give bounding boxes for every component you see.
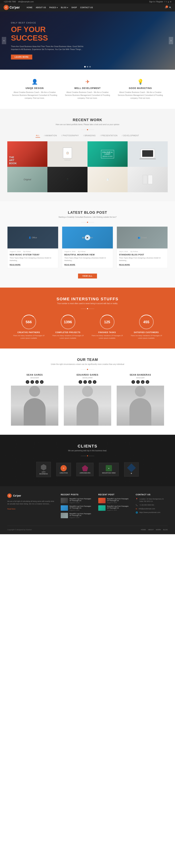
footer-nav-work[interactable]: WORK — [156, 529, 161, 531]
nav-about[interactable]: ABOUT US — [34, 6, 47, 9]
signin-link[interactable]: Sign In / Register — [149, 1, 163, 3]
recent-work-section: Recent work Here are our latest portfoli… — [0, 109, 175, 202]
view-all-button[interactable]: VIEW ALL — [78, 274, 97, 278]
stat-creative: 566 Creative Partners There Are Many Var… — [11, 315, 47, 339]
portfolio-item-7[interactable]: 📄 — [88, 167, 128, 192]
client-logo-5[interactable]: ◆ — [124, 462, 139, 476]
footer-contact-website: 🌐 https://www.yourdomain.com — [135, 511, 168, 514]
blog-date-1: August 3, 2016 — [10, 251, 21, 252]
footer-post-img-3 — [61, 513, 68, 518]
team-dr-1[interactable]: d — [40, 380, 44, 384]
portfolio-item-5[interactable]: Original — [7, 167, 47, 192]
footer-post-2: Beautiful Log From Passages Of Thorough … — [61, 505, 93, 511]
clients-divider — [11, 455, 164, 456]
team-tw-3[interactable]: t — [136, 380, 140, 384]
hero-dot-3[interactable] — [89, 66, 91, 67]
linkedin-icon[interactable]: in — [170, 1, 171, 3]
blog-post-desc-2: There Topics Blogs From Designing a Busi… — [64, 257, 111, 262]
filter-photography[interactable]: / PHOTOGRAPHY — [61, 134, 79, 138]
team-member-2: EDUARDO GARES Developer f t g d — [64, 374, 111, 426]
play-button[interactable]: ▶ — [85, 235, 90, 240]
filter-presentation[interactable]: / PRESENTATION — [100, 134, 118, 138]
footer-post-date-2: August 8, 2016 — [70, 509, 93, 511]
diamond-logo-icon — [127, 463, 136, 472]
top-bar-left: +123 456 7890 info@example.com — [4, 1, 34, 3]
stats-section: SOME INTERSTING STUFFS True number is mo… — [0, 287, 175, 348]
site-logo[interactable]: C Co'per — [4, 5, 20, 10]
filter-animation[interactable]: / ANIMATION — [44, 134, 57, 138]
team-role-1: Designer — [11, 377, 58, 379]
client-name-4: MOUNTAIN VIEW — [102, 472, 116, 474]
client-logo-2[interactable]: C CREATIVE — [56, 463, 71, 476]
filter-branding[interactable]: / BRANDING — [83, 134, 96, 138]
team-tw-1[interactable]: t — [30, 380, 34, 384]
nav-shop[interactable]: SHOP — [70, 6, 78, 9]
stat-finished: 125 Finished Tasks There Are Many Variat… — [89, 315, 125, 339]
footer-post-title-1: Beautiful Log From Passages Of Thorough … — [70, 498, 93, 501]
footer-nav-about[interactable]: ABOUT — [148, 529, 154, 531]
footer-nav-home[interactable]: HOME — [141, 529, 146, 531]
portfolio-filters: ALL / ANIMATION / PHOTOGRAPHY / BRANDING… — [7, 134, 168, 138]
team-fb-2[interactable]: f — [79, 380, 82, 384]
clients-subtitle: We are partnering web top in this busine… — [11, 450, 164, 452]
team-role-3: Manager — [117, 377, 164, 379]
blog-read-more-1[interactable]: Read More — [10, 264, 21, 266]
team-gp-2[interactable]: g — [88, 380, 92, 384]
footer-recent-post-column: RECENT POST Beautiful Log From Passages … — [98, 494, 130, 520]
team-dr-3[interactable]: d — [146, 380, 149, 384]
footer-logo: C Co'per — [7, 494, 55, 498]
blog-read-more-3[interactable]: Read More — [119, 264, 130, 266]
shield-logo-icon — [41, 464, 46, 470]
footer-post-content-1: Beautiful Log From Passages Of Thorough … — [70, 498, 93, 503]
blog-card-3: 👥 Crowd July 8, 2016 By Pulinar STANDARD… — [117, 226, 168, 268]
nav-pages[interactable]: PAGES ▾ — [48, 6, 59, 9]
team-gp-3[interactable]: g — [141, 380, 145, 384]
hero-prev-button[interactable]: ‹ — [2, 37, 6, 44]
nav-contact[interactable]: CONTACT US — [79, 6, 95, 9]
footer-nav-blog[interactable]: BLOG — [163, 529, 168, 531]
portfolio-img-8 — [128, 167, 168, 192]
arrow-logo-icon — [82, 465, 88, 471]
portfolio-item-1[interactable]: THEARTBOOK — [7, 141, 47, 167]
team-gp-1[interactable]: g — [35, 380, 39, 384]
hero-next-button[interactable]: › — [169, 37, 173, 44]
hero-dot-1[interactable] — [84, 66, 86, 67]
googleplus-icon[interactable]: g — [168, 1, 169, 3]
portfolio-item-4[interactable] — [128, 141, 168, 167]
blog-read-more-2[interactable]: Read More — [64, 264, 75, 266]
hero-dot-2[interactable] — [87, 66, 88, 67]
portfolio-item-6[interactable]: 📱 — [47, 167, 88, 192]
stat-desc-creative: There Are Many Variations Of Passages Of… — [11, 335, 47, 339]
hero-cta-button[interactable]: Learn More — [11, 55, 32, 60]
team-photo-2 — [64, 385, 111, 426]
twitter-icon[interactable]: t — [166, 1, 167, 3]
hero-title-line2: Success — [11, 34, 48, 42]
footer-bottom: Copyright © designed by Framton HOME ABO… — [7, 526, 168, 531]
client-name-1: CITYBUSINESS — [40, 471, 48, 475]
team-dr-2[interactable]: d — [93, 380, 96, 384]
client-logo-1[interactable]: CITYBUSINESS — [36, 462, 51, 477]
nav-home[interactable]: HOME — [25, 6, 34, 9]
feature-design-title: Uniqe Design — [11, 87, 58, 90]
filter-development[interactable]: / DEVELOPMENT — [122, 134, 140, 138]
footer-read-more[interactable]: Read More — [7, 508, 16, 510]
portfolio-item-8[interactable] — [128, 167, 168, 192]
cart-button[interactable]: 🛒 0 — [165, 6, 167, 8]
team-fb-1[interactable]: f — [26, 380, 29, 384]
filter-all[interactable]: ALL — [35, 134, 40, 138]
client-logo-4[interactable]: ▲ MOUNTAIN VIEW — [99, 463, 119, 476]
portfolio-item-3[interactable]: COLOUR &LIGHT DESIGN STUDIO — [88, 141, 128, 167]
email-icon: ✉ — [135, 508, 137, 510]
team-tw-2[interactable]: t — [83, 380, 87, 384]
facebook-icon[interactable]: f — [165, 1, 165, 3]
portfolio-item-2[interactable]: 📋 Notebook — [47, 141, 88, 167]
search-icon[interactable]: 🔍 — [169, 6, 171, 8]
client-name-2: CREATIVE — [59, 472, 68, 474]
blog-card-2: 🏔 Mountain ▶ August 4, 2016 By Pulinar B… — [62, 226, 113, 268]
top-bar: +123 456 7890 info@example.com Sign In /… — [0, 0, 175, 3]
blog-content-3: July 8, 2016 By Pulinar STANDARD BLOG PO… — [117, 248, 168, 268]
client-logo-3[interactable]: ARROWEARS — [76, 463, 94, 476]
team-fb-3[interactable]: f — [131, 380, 135, 384]
nav-blog[interactable]: BLOG ▾ — [59, 6, 70, 9]
blog-date-2: August 4, 2016 — [64, 251, 75, 252]
